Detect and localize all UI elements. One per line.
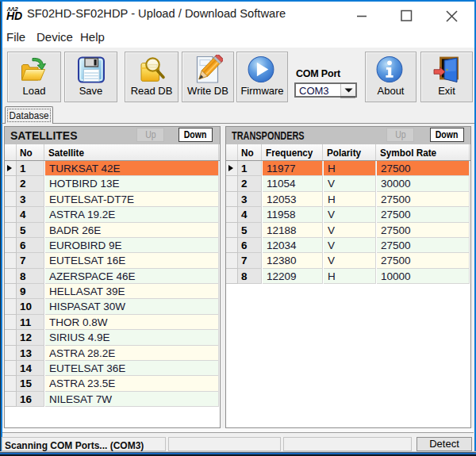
svg-text:HD: HD [6, 10, 22, 21]
